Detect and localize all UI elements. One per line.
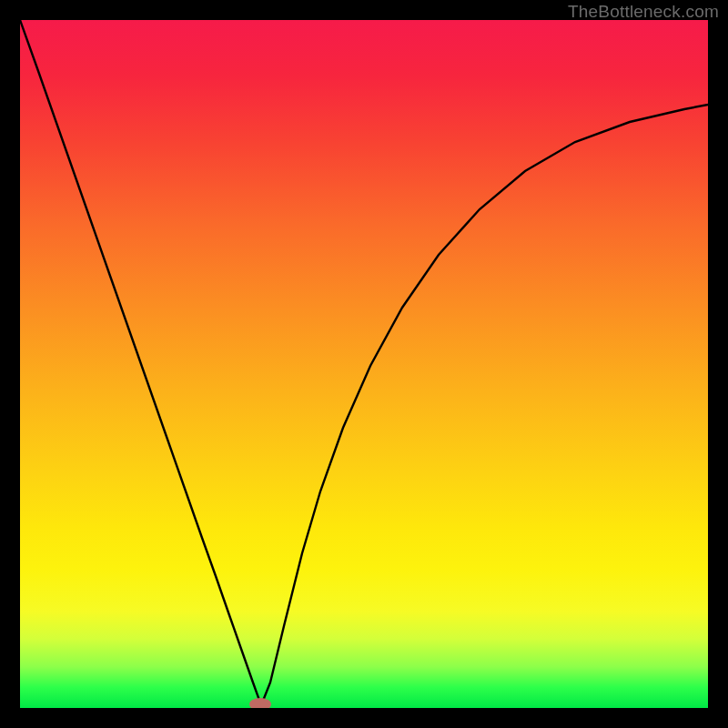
bottleneck-curve <box>20 20 708 705</box>
plot-area <box>20 20 708 708</box>
curve-layer <box>20 20 708 708</box>
chart-frame: TheBottleneck.com <box>0 0 728 728</box>
min-marker <box>249 698 271 708</box>
watermark-text: TheBottleneck.com <box>568 2 719 22</box>
